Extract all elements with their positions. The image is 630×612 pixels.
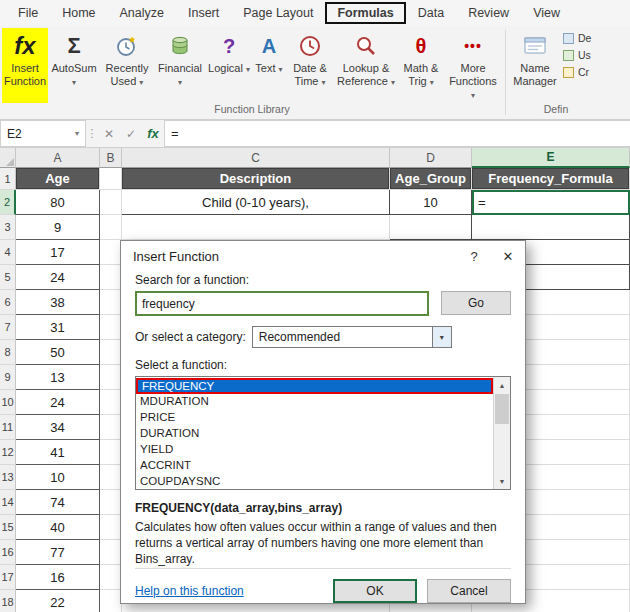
cell-B5[interactable] [100, 265, 122, 290]
go-button[interactable]: Go [441, 291, 511, 315]
cell-B3[interactable] [100, 215, 122, 240]
cell-D1[interactable]: Age_Group [390, 168, 472, 190]
math-trig-button[interactable]: θ Math & Trig ▾ [398, 28, 444, 103]
recently-used-button[interactable]: Recently Used ▾ [100, 28, 154, 103]
cell-A17[interactable]: 16 [16, 565, 100, 590]
category-dropdown-arrow-icon[interactable]: ▾ [432, 327, 451, 347]
insert-function-button[interactable]: fx Insert Function [2, 28, 48, 103]
cell-D2[interactable]: 10 [390, 190, 472, 215]
cell-E3[interactable] [472, 215, 630, 240]
cell-A6[interactable]: 38 [16, 290, 100, 315]
formula-insert-function-button[interactable]: fx [142, 120, 164, 147]
tab-data[interactable]: Data [406, 1, 456, 25]
row-header-14[interactable]: 14 [0, 490, 16, 515]
tab-insert[interactable]: Insert [176, 1, 231, 25]
scroll-up-button[interactable]: ▲ [494, 377, 510, 393]
more-functions-button[interactable]: ••• More Functions ▾ [444, 28, 502, 103]
row-header-7[interactable]: 7 [0, 315, 16, 340]
row-header-5[interactable]: 5 [0, 265, 16, 290]
cell-A1[interactable]: Age [16, 168, 100, 190]
cell-A11[interactable]: 34 [16, 415, 100, 440]
name-box-dropdown-icon[interactable]: ▾ [75, 129, 79, 138]
autosum-button[interactable]: Σ AutoSum ▾ [48, 28, 100, 103]
scrollbar-track[interactable] [494, 424, 510, 473]
cell-C3[interactable] [122, 215, 390, 240]
cell-A4[interactable]: 17 [16, 240, 100, 265]
tab-review[interactable]: Review [456, 1, 521, 25]
column-header-A[interactable]: A [16, 148, 100, 168]
function-search-input[interactable] [135, 291, 429, 316]
dialog-help-button[interactable]: ? [457, 241, 491, 271]
tab-page-layout[interactable]: Page Layout [231, 1, 325, 25]
row-header-9[interactable]: 9 [0, 365, 16, 390]
dialog-titlebar[interactable]: Insert Function ? ✕ [121, 241, 525, 271]
cell-B2[interactable] [100, 190, 122, 215]
cell-B8[interactable] [100, 340, 122, 365]
cell-B7[interactable] [100, 315, 122, 340]
use-in-formula-button[interactable]: Us [563, 49, 603, 61]
row-header-18[interactable]: 18 [0, 590, 16, 612]
help-link[interactable]: Help on this function [135, 584, 244, 598]
formula-bar-splitter[interactable]: ⋮ [86, 120, 98, 147]
function-item-coupdaysnc[interactable]: COUPDAYSNC [136, 474, 493, 489]
name-manager-button[interactable]: Name Manager [509, 28, 561, 103]
cell-B10[interactable] [100, 390, 122, 415]
row-header-2[interactable]: 2 [0, 190, 16, 215]
row-header-10[interactable]: 10 [0, 390, 16, 415]
cell-A5[interactable]: 24 [16, 265, 100, 290]
cell-B11[interactable] [100, 415, 122, 440]
cell-A16[interactable]: 77 [16, 540, 100, 565]
function-item-frequency[interactable]: FREQUENCY [136, 378, 493, 394]
listbox-scrollbar[interactable]: ▲ ▼ [493, 377, 510, 489]
cell-A8[interactable]: 50 [16, 340, 100, 365]
row-header-16[interactable]: 16 [0, 540, 16, 565]
cell-B6[interactable] [100, 290, 122, 315]
cell-B18[interactable] [100, 590, 122, 612]
row-header-6[interactable]: 6 [0, 290, 16, 315]
row-header-11[interactable]: 11 [0, 415, 16, 440]
column-header-B[interactable]: B [100, 148, 122, 168]
cell-E1[interactable]: Frequency_Formula [472, 168, 630, 190]
logical-button[interactable]: ? Logical ▾ [206, 28, 252, 103]
formula-enter-button[interactable]: ✓ [120, 120, 142, 147]
row-header-1[interactable]: 1 [0, 168, 16, 190]
cell-B4[interactable] [100, 240, 122, 265]
cell-A10[interactable]: 24 [16, 390, 100, 415]
lookup-reference-button[interactable]: Lookup & Reference ▾ [334, 28, 398, 103]
cell-A15[interactable]: 40 [16, 515, 100, 540]
cell-A2[interactable]: 80 [16, 190, 100, 215]
tab-home[interactable]: Home [50, 1, 107, 25]
category-dropdown[interactable]: Recommended ▾ [252, 326, 452, 348]
ok-button[interactable]: OK [333, 579, 417, 603]
cell-C2[interactable]: Child (0-10 years), [122, 190, 390, 215]
column-header-E[interactable]: E [472, 148, 630, 168]
cell-B15[interactable] [100, 515, 122, 540]
column-header-C[interactable]: C [122, 148, 390, 168]
name-box[interactable]: E2 ▾ [0, 120, 86, 147]
function-item-price[interactable]: PRICE [136, 410, 493, 426]
create-from-selection-button[interactable]: Cr [563, 66, 603, 78]
row-header-13[interactable]: 13 [0, 465, 16, 490]
cell-A18[interactable]: 22 [16, 590, 100, 612]
dialog-close-button[interactable]: ✕ [491, 241, 525, 271]
cell-B17[interactable] [100, 565, 122, 590]
cell-E2[interactable]: = [472, 190, 630, 215]
text-button[interactable]: A Text ▾ [252, 28, 286, 103]
define-name-button[interactable]: De [563, 32, 603, 44]
cell-A13[interactable]: 10 [16, 465, 100, 490]
date-time-button[interactable]: Date & Time ▾ [286, 28, 334, 103]
scrollbar-thumb[interactable] [495, 394, 509, 424]
function-item-mduration[interactable]: MDURATION [136, 394, 493, 410]
cell-B13[interactable] [100, 465, 122, 490]
formula-input[interactable]: = [164, 120, 630, 147]
row-header-17[interactable]: 17 [0, 565, 16, 590]
cancel-button[interactable]: Cancel [427, 579, 511, 603]
cell-B12[interactable] [100, 440, 122, 465]
column-header-D[interactable]: D [390, 148, 472, 168]
cell-B16[interactable] [100, 540, 122, 565]
financial-button[interactable]: Financial ▾ [154, 28, 206, 103]
function-item-accrint[interactable]: ACCRINT [136, 458, 493, 474]
cell-A14[interactable]: 74 [16, 490, 100, 515]
function-item-duration[interactable]: DURATION [136, 426, 493, 442]
cell-C1[interactable]: Description [122, 168, 390, 190]
